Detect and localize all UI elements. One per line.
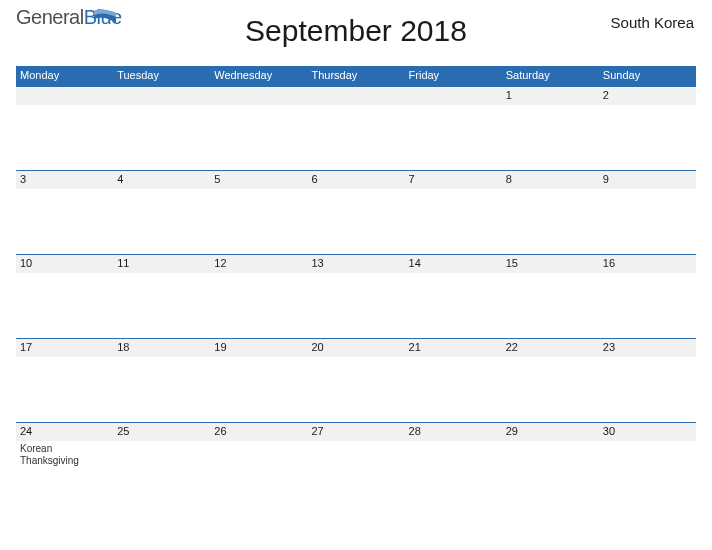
day-number: 15	[506, 257, 595, 273]
day-number: 26	[214, 425, 303, 441]
region-label: South Korea	[611, 14, 694, 31]
day-event	[405, 189, 502, 254]
day-cell: 3	[16, 170, 113, 254]
day-cell: 4	[113, 170, 210, 254]
day-cell: 22	[502, 338, 599, 422]
day-number	[214, 89, 303, 105]
day-cell: 1	[502, 86, 599, 170]
day-number: 14	[409, 257, 498, 273]
day-event	[599, 189, 696, 254]
week-row: 3 4 5 6 7 8 9	[16, 170, 696, 254]
day-number	[117, 89, 206, 105]
dow-wednesday: Wednesday	[210, 66, 307, 86]
day-number: 20	[311, 341, 400, 357]
day-event	[113, 273, 210, 338]
day-event	[502, 357, 599, 422]
dow-thursday: Thursday	[307, 66, 404, 86]
day-cell: 28	[405, 422, 502, 506]
day-event	[113, 105, 210, 170]
day-cell: 16	[599, 254, 696, 338]
day-event	[599, 273, 696, 338]
dow-tuesday: Tuesday	[113, 66, 210, 86]
day-number: 13	[311, 257, 400, 273]
day-cell: 7	[405, 170, 502, 254]
day-cell: 19	[210, 338, 307, 422]
day-cell: 18	[113, 338, 210, 422]
week-row: 24Korean Thanksgiving 25 26 27 28 29 30	[16, 422, 696, 506]
day-event	[405, 273, 502, 338]
day-cell: 30	[599, 422, 696, 506]
week-row: 10 11 12 13 14 15 16	[16, 254, 696, 338]
day-number: 6	[311, 173, 400, 189]
day-number: 28	[409, 425, 498, 441]
day-cell	[210, 86, 307, 170]
day-event	[16, 105, 113, 170]
day-event	[113, 357, 210, 422]
day-of-week-header: Monday Tuesday Wednesday Thursday Friday…	[16, 66, 696, 86]
week-row: 17 18 19 20 21 22 23	[16, 338, 696, 422]
day-cell	[113, 86, 210, 170]
day-event	[210, 189, 307, 254]
day-event	[405, 441, 502, 506]
day-event	[405, 357, 502, 422]
day-event	[307, 105, 404, 170]
day-event	[16, 189, 113, 254]
day-event	[307, 189, 404, 254]
day-number: 7	[409, 173, 498, 189]
day-cell: 11	[113, 254, 210, 338]
day-event	[210, 105, 307, 170]
day-cell: 6	[307, 170, 404, 254]
day-number: 5	[214, 173, 303, 189]
day-event	[599, 441, 696, 506]
day-number: 3	[20, 173, 109, 189]
calendar-grid: Monday Tuesday Wednesday Thursday Friday…	[16, 66, 696, 506]
day-cell: 27	[307, 422, 404, 506]
day-cell: 20	[307, 338, 404, 422]
day-event	[502, 441, 599, 506]
day-event	[113, 441, 210, 506]
week-row: 1 2	[16, 86, 696, 170]
day-number: 22	[506, 341, 595, 357]
brand-swoosh-icon	[94, 9, 116, 23]
day-event	[405, 105, 502, 170]
day-number: 21	[409, 341, 498, 357]
day-number: 24	[20, 425, 109, 441]
day-cell: 12	[210, 254, 307, 338]
day-event	[307, 441, 404, 506]
day-event	[307, 273, 404, 338]
day-cell: 14	[405, 254, 502, 338]
day-number: 12	[214, 257, 303, 273]
day-number	[409, 89, 498, 105]
day-event	[502, 273, 599, 338]
day-number: 18	[117, 341, 206, 357]
day-cell: 2	[599, 86, 696, 170]
day-cell: 8	[502, 170, 599, 254]
day-event	[210, 441, 307, 506]
day-cell	[16, 86, 113, 170]
day-cell	[405, 86, 502, 170]
day-number: 30	[603, 425, 692, 441]
day-cell: 15	[502, 254, 599, 338]
day-event	[113, 189, 210, 254]
day-cell: 5	[210, 170, 307, 254]
day-number: 16	[603, 257, 692, 273]
day-number: 1	[506, 89, 595, 105]
day-event	[502, 105, 599, 170]
day-number: 9	[603, 173, 692, 189]
day-number: 4	[117, 173, 206, 189]
day-event	[307, 357, 404, 422]
dow-saturday: Saturday	[502, 66, 599, 86]
dow-friday: Friday	[405, 66, 502, 86]
day-cell: 13	[307, 254, 404, 338]
day-cell: 26	[210, 422, 307, 506]
dow-monday: Monday	[16, 66, 113, 86]
day-number	[20, 89, 109, 105]
day-cell: 17	[16, 338, 113, 422]
day-number: 11	[117, 257, 206, 273]
brand-part1: General	[16, 6, 84, 28]
day-number: 27	[311, 425, 400, 441]
day-event	[210, 357, 307, 422]
day-cell: 24Korean Thanksgiving	[16, 422, 113, 506]
day-number: 23	[603, 341, 692, 357]
day-number: 8	[506, 173, 595, 189]
